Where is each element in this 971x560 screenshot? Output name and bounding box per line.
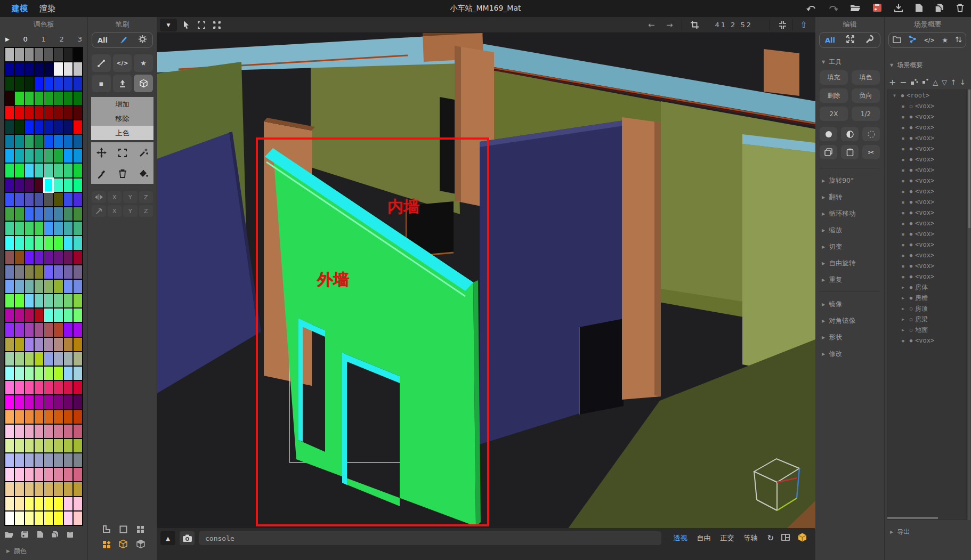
- tree-row[interactable]: ▪●<vox>: [887, 335, 966, 346]
- palette-swatch[interactable]: [25, 512, 34, 525]
- view-mode-active[interactable]: 透视: [673, 533, 687, 543]
- palette-swatch[interactable]: [74, 135, 82, 148]
- palette-swatch[interactable]: [35, 294, 43, 307]
- palette-swatch[interactable]: [15, 395, 23, 409]
- palette-swatch[interactable]: [74, 352, 82, 366]
- mirror-y-button[interactable]: Y: [123, 191, 137, 203]
- node-dot-filled-icon[interactable]: ●: [907, 167, 915, 173]
- visibility-box-icon[interactable]: ▪: [899, 124, 907, 131]
- brush-mode-active[interactable]: 上色: [91, 126, 153, 140]
- palette-swatch[interactable]: [64, 425, 72, 438]
- color-picker-button[interactable]: [91, 163, 112, 184]
- palette-swatch[interactable]: [54, 236, 62, 249]
- palette-swatch[interactable]: [25, 381, 34, 394]
- palette-swatch[interactable]: [54, 77, 62, 90]
- tree-row[interactable]: ▶○地面: [887, 324, 966, 335]
- tree-expander-icon[interactable]: ▶: [899, 306, 907, 311]
- move-top-button[interactable]: △: [933, 78, 938, 86]
- star-icon[interactable]: ★: [942, 36, 948, 44]
- palette-swatch[interactable]: [64, 193, 72, 206]
- rotate-view-icon[interactable]: ↻: [767, 533, 774, 543]
- palette-swatch[interactable]: [15, 512, 23, 525]
- visibility-box-icon[interactable]: ▪: [899, 188, 907, 195]
- render-cube-icon[interactable]: [797, 532, 807, 545]
- tree-expander-icon[interactable]: ▶: [899, 285, 907, 290]
- palette-swatch[interactable]: [25, 294, 34, 307]
- palette-swatch[interactable]: [74, 468, 82, 481]
- mirror-x-button[interactable]: X: [108, 191, 122, 203]
- palette-swatch[interactable]: [74, 251, 82, 264]
- palette-swatch[interactable]: [15, 207, 23, 221]
- palette-swatch[interactable]: [74, 395, 82, 409]
- tree-row[interactable]: ▶●房檐: [887, 293, 966, 303]
- palette-swatch[interactable]: [54, 294, 62, 307]
- palette-swatch[interactable]: [5, 439, 14, 452]
- palette-swatch[interactable]: [15, 453, 23, 467]
- tree-row[interactable]: ▪●<vox>: [887, 165, 966, 175]
- palette-swatch[interactable]: [35, 178, 43, 192]
- palette-swatch[interactable]: [15, 381, 23, 394]
- palette-swatch[interactable]: [64, 106, 72, 119]
- palette-paste-icon[interactable]: [67, 530, 74, 540]
- circle-solid-button[interactable]: [820, 127, 837, 141]
- add-node-button[interactable]: +: [889, 77, 896, 87]
- palette-swatch[interactable]: [64, 512, 72, 525]
- palette-swatch[interactable]: [25, 178, 34, 192]
- edit-all-button[interactable]: All: [825, 36, 835, 44]
- palette-swatch[interactable]: [74, 62, 82, 76]
- edit-button[interactable]: 填色: [852, 70, 880, 85]
- palette-swatch[interactable]: [25, 453, 34, 467]
- palette-swatch[interactable]: [35, 352, 43, 366]
- edit-section-row[interactable]: ▶自由旋转: [822, 255, 882, 272]
- palette-swatch[interactable]: [5, 178, 14, 192]
- palette-swatch[interactable]: [25, 439, 34, 452]
- palette-swatch[interactable]: [5, 323, 14, 336]
- palette-swatch[interactable]: [54, 106, 62, 119]
- palette-swatch[interactable]: [35, 265, 43, 279]
- palette-swatch[interactable]: [74, 149, 82, 163]
- palette-swatch[interactable]: [15, 323, 23, 336]
- palette-swatch[interactable]: [5, 236, 14, 249]
- tree-horizontal-scrollbar[interactable]: [887, 517, 938, 519]
- palette-swatch[interactable]: [64, 439, 72, 452]
- palette-swatch[interactable]: [54, 222, 62, 235]
- palette-swatch[interactable]: [5, 120, 14, 134]
- palette-swatch[interactable]: [44, 482, 53, 496]
- node-dot-hollow-icon[interactable]: ○: [907, 327, 915, 332]
- palette-swatch[interactable]: [35, 395, 43, 409]
- palette-swatch[interactable]: [35, 193, 43, 206]
- visibility-box-icon[interactable]: ▪: [899, 241, 907, 248]
- palette-swatch[interactable]: [64, 48, 72, 61]
- palette-swatch[interactable]: [5, 294, 14, 307]
- palette-swatch[interactable]: [5, 395, 14, 409]
- edit-section-row[interactable]: ▶镜像: [822, 296, 882, 313]
- move-up-button[interactable]: ↑: [951, 78, 957, 86]
- tree-vertical-scrollbar[interactable]: [968, 90, 970, 520]
- palette-swatch[interactable]: [35, 149, 43, 163]
- palette-copy-icon[interactable]: [51, 530, 59, 540]
- hierarchy-icon[interactable]: [908, 35, 917, 45]
- palette-swatch[interactable]: [5, 512, 14, 525]
- palette-swatch[interactable]: [5, 251, 14, 264]
- palette-swatch[interactable]: [44, 106, 53, 119]
- palette-swatch[interactable]: [25, 265, 34, 279]
- palette-swatch[interactable]: [44, 135, 53, 148]
- palette-swatch[interactable]: [74, 439, 82, 452]
- palette-swatch[interactable]: [35, 207, 43, 221]
- palette-swatch[interactable]: [5, 367, 14, 380]
- palette-swatch[interactable]: [25, 395, 34, 409]
- palette-swatch[interactable]: [64, 77, 72, 90]
- palette-swatch[interactable]: [64, 135, 72, 148]
- palette-swatch[interactable]: [15, 367, 23, 380]
- palette-swatch[interactable]: [5, 352, 14, 366]
- palette-swatch[interactable]: [35, 482, 43, 496]
- palette-swatch[interactable]: [64, 367, 72, 380]
- palette-swatch[interactable]: [15, 294, 23, 307]
- palette-swatch[interactable]: [25, 468, 34, 481]
- tree-row[interactable]: ▪●<vox>: [887, 175, 966, 186]
- circle-dashed-button[interactable]: [862, 127, 880, 141]
- palette-swatch[interactable]: [74, 367, 82, 380]
- palette-swatch[interactable]: [74, 309, 82, 322]
- brush-all-button[interactable]: All: [98, 36, 108, 44]
- push-up-button[interactable]: ⇧: [796, 20, 812, 30]
